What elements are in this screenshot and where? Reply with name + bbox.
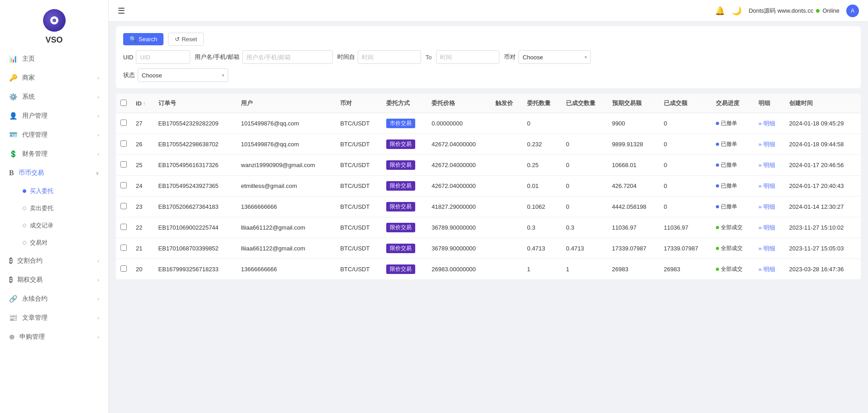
sidebar-item-trade-record[interactable]: 成交记录	[0, 217, 108, 234]
sidebar-item-subscription[interactable]: ⊕ 申购管理 ›	[0, 327, 108, 346]
sidebar-item-user-mgmt[interactable]: 👤 用户管理 ›	[0, 106, 108, 125]
time-start-filter-group: 时间自	[337, 50, 421, 64]
cell-expected-amount: 17339.07987	[608, 238, 660, 259]
sidebar-item-perpetual[interactable]: 🔗 永续合约 ›	[0, 289, 108, 308]
sidebar-item-articles[interactable]: 📰 文章管理 ›	[0, 308, 108, 327]
sidebar-item-system[interactable]: ⚙️ 系统 ›	[0, 87, 108, 106]
cell-qty: 0.01	[523, 176, 561, 197]
cell-filled-qty: 0	[561, 134, 608, 155]
row-checkbox[interactable]	[120, 182, 127, 188]
col-filled-amount: 已成交额	[659, 94, 711, 113]
detail-link[interactable]: » 明细	[758, 266, 775, 273]
cell-filled-qty: 0	[561, 197, 608, 217]
sidebar-item-trade-pair[interactable]: 交易对	[0, 234, 108, 251]
search-button[interactable]: 🔍 Search	[123, 33, 163, 45]
cell-detail: » 明细	[754, 134, 785, 155]
sidebar-item-options[interactable]: ₿ 期权交易 ›	[0, 270, 108, 289]
row-checkbox[interactable]	[120, 120, 127, 126]
row-checkbox-cell	[116, 217, 131, 238]
status-dot-icon	[716, 163, 719, 167]
sidebar-item-finance[interactable]: 💲 财务管理 ›	[0, 144, 108, 163]
sub-item-label: 买入委托	[30, 187, 53, 195]
filter-area: 🔍 Search ↺ Reset UID 用户名/手机/邮箱	[116, 26, 861, 88]
pair-select[interactable]: Choose	[518, 50, 591, 64]
cell-qty: 1	[523, 259, 561, 280]
row-checkbox[interactable]	[120, 203, 127, 209]
row-checkbox[interactable]	[120, 245, 127, 251]
notification-icon[interactable]: 🔔	[715, 6, 725, 16]
cell-user: lliiaa661122@gmail.com	[236, 217, 336, 238]
row-checkbox-cell	[116, 134, 131, 155]
status-dot-icon	[716, 205, 719, 208]
col-detail: 明细	[754, 94, 785, 113]
detail-link[interactable]: » 明细	[758, 162, 775, 168]
detail-link[interactable]: » 明细	[758, 203, 775, 210]
cell-qty: 0.25	[523, 155, 561, 176]
pair-filter-group: 币对 Choose	[504, 50, 591, 64]
cell-user: wanzi19990909@gmail.com	[236, 155, 336, 176]
sidebar-item-sell-order[interactable]: 卖出委托	[0, 200, 108, 217]
status-label: 全部成交	[721, 245, 743, 252]
time-end-input[interactable]	[436, 50, 499, 64]
user-info: Donts源码 www.donts.cc Online	[748, 7, 839, 15]
pair-label: 币对	[504, 53, 516, 61]
table-row: 20 EB1679993256718233 13666666666 BTC/US…	[116, 259, 861, 280]
merchant-icon: 🔑	[9, 74, 18, 82]
system-icon: ⚙️	[9, 93, 18, 101]
row-checkbox[interactable]	[120, 265, 127, 272]
select-all-checkbox[interactable]	[120, 100, 127, 106]
cell-pair: BTC/USDT	[336, 176, 382, 197]
detail-link[interactable]: » 明细	[758, 224, 775, 231]
sidebar-item-label: 申购管理	[19, 333, 93, 341]
status-select[interactable]: Choose	[138, 68, 228, 82]
cell-qty: 0.1062	[523, 197, 561, 217]
cell-progress: 已撤单	[711, 155, 754, 176]
hamburger-icon[interactable]: ☰	[118, 6, 125, 16]
search-icon: 🔍	[129, 36, 137, 43]
moon-icon[interactable]: 🌙	[732, 6, 742, 16]
cell-qty: 0.232	[523, 134, 561, 155]
finance-icon: 💲	[9, 150, 18, 158]
cell-price: 42672.04000000	[427, 134, 490, 155]
sidebar-item-home[interactable]: 📊 主页	[0, 49, 108, 68]
sort-up-icon[interactable]: ↑	[143, 101, 146, 106]
table-row: 23 EB1705206627364183 13666666666 BTC/US…	[116, 197, 861, 217]
cell-price: 42672.04000000	[427, 176, 490, 197]
row-checkbox[interactable]	[120, 161, 127, 168]
detail-link[interactable]: » 明细	[758, 120, 775, 127]
online-label: Online	[822, 7, 839, 14]
status-label: 状态	[123, 71, 135, 79]
sub-dot-icon	[23, 241, 26, 245]
sidebar-item-futures[interactable]: ₿ 交割合约 ›	[0, 251, 108, 270]
header-right: 🔔 🌙 Donts源码 www.donts.cc Online A	[715, 5, 859, 17]
cell-price: 41827.29000000	[427, 197, 490, 217]
orders-table: ID ↑ 订单号 用户 币对 委托方式 委托价格 触发价 委托数量 已成交数量 …	[116, 94, 861, 280]
sidebar-item-buy-order[interactable]: 买入委托	[0, 182, 108, 200]
cell-trigger	[491, 155, 523, 176]
cell-user: 13666666666	[236, 259, 336, 280]
sidebar-item-merchant[interactable]: 🔑 商家 ›	[0, 68, 108, 87]
user-input[interactable]	[242, 50, 333, 64]
filter-row-1: 🔍 Search ↺ Reset	[123, 33, 854, 46]
avatar[interactable]: A	[846, 5, 859, 17]
sidebar-item-label: 交割合约	[17, 257, 93, 265]
row-checkbox[interactable]	[120, 224, 127, 230]
options-icon: ₿	[9, 276, 13, 284]
sidebar-item-crypto-trade[interactable]: B 币币交易 ∨	[0, 163, 108, 182]
type-badge: 市价交易	[386, 119, 415, 128]
cell-expected-amount: 9899.91328	[608, 134, 660, 155]
sidebar-item-label: 系统	[22, 93, 93, 101]
sidebar-item-label: 代理管理	[22, 131, 93, 139]
time-start-input[interactable]	[358, 50, 421, 64]
cell-expected-amount: 10668.01	[608, 155, 660, 176]
detail-link[interactable]: » 明细	[758, 182, 775, 189]
reset-button[interactable]: ↺ Reset	[168, 33, 204, 46]
detail-link[interactable]: » 明细	[758, 141, 775, 148]
cell-order-no: EB1705206627364183	[154, 197, 237, 217]
type-badge: 限价交易	[386, 264, 415, 274]
uid-input[interactable]	[136, 50, 190, 64]
row-checkbox[interactable]	[120, 140, 127, 147]
detail-link[interactable]: » 明细	[758, 245, 775, 252]
sidebar-item-agent-mgmt[interactable]: 🪪 代理管理 ›	[0, 125, 108, 144]
time-end-filter-group	[436, 50, 499, 64]
